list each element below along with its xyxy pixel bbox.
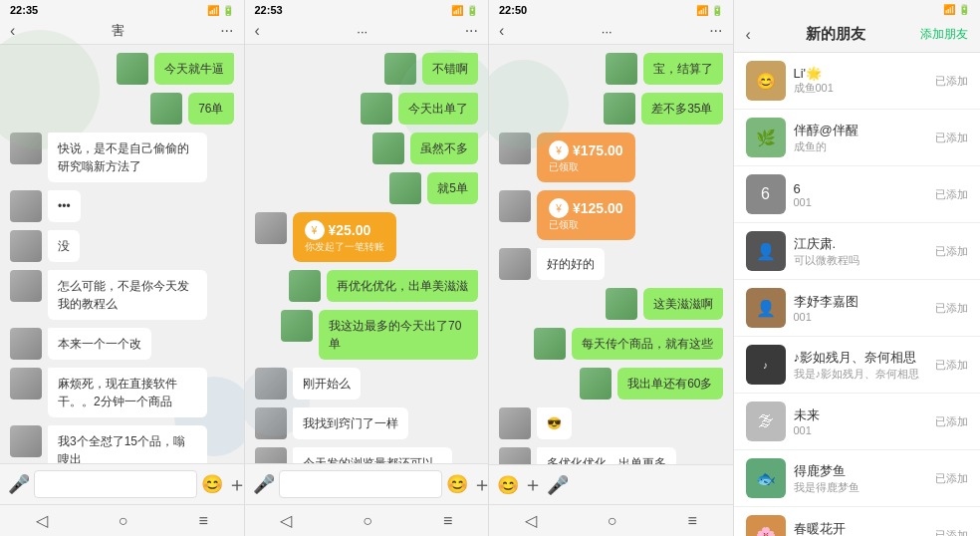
msg-row: ••• — [10, 190, 234, 222]
avatar — [10, 328, 42, 360]
avatar — [10, 190, 42, 222]
friend-item[interactable]: 😊 Li'🌟 成鱼001 已添加 — [734, 53, 981, 110]
chat-header-3: ‹ ··· ··· — [489, 18, 733, 45]
friend-item[interactable]: 🐟 得鹿梦鱼 我是得鹿梦鱼 已添加 — [734, 450, 981, 507]
emoji-icon[interactable]: 😊 — [201, 473, 223, 495]
msg-row: 没 — [10, 230, 234, 262]
chat-input[interactable] — [34, 470, 197, 498]
added-tag: 已添加 — [935, 131, 968, 145]
friend-avatar: 🌸 — [746, 515, 786, 536]
chat-header-2: ‹ ··· ··· — [245, 18, 489, 45]
avatar — [10, 368, 42, 400]
mic-icon-2[interactable]: 🎤 — [253, 473, 275, 495]
friend-name: 江庆肃. — [794, 235, 928, 253]
friend-sub: 我是得鹿梦鱼 — [794, 480, 928, 495]
transfer-label: 你发起了一笔转账 — [305, 240, 384, 254]
added-tag: 已添加 — [935, 358, 968, 373]
nav-bar-2: ◁ ○ ≡ — [245, 504, 489, 536]
friend-sub: 001 — [794, 311, 928, 323]
friend-item[interactable]: 🌿 伴醇@伴醒 成鱼的 已添加 — [734, 110, 981, 166]
bubble: 这美滋滋啊 — [643, 288, 723, 320]
more-icon-3[interactable]: ··· — [709, 22, 722, 40]
add-icon-3[interactable]: ＋ — [523, 471, 543, 498]
avatar — [580, 368, 612, 400]
msg-row: 今天就牛逼 — [10, 53, 234, 85]
emoji-icon-2[interactable]: 😊 — [446, 473, 468, 495]
chat-title-2: ··· — [357, 24, 368, 39]
chat-input-bar-2: 🎤 😊 ＋ — [245, 463, 489, 504]
friends-header: ‹ 新的朋友 添加朋友 — [734, 17, 981, 53]
nav-home-2[interactable]: ○ — [363, 512, 372, 530]
avatar — [499, 133, 531, 164]
nav-home-1[interactable]: ○ — [119, 512, 128, 530]
nav-back-3[interactable]: ◁ — [525, 511, 537, 530]
friend-name: 伴醇@伴醒 — [794, 122, 928, 139]
msg-row: 虽然不多 — [255, 133, 479, 164]
status-bar-3: 22:50 📶 🔋 — [489, 0, 733, 18]
bubble: 今天发的浏览量都还可以的 — [293, 447, 452, 463]
msg-row: 怎么可能，不是你今天发我的教程么 — [10, 270, 234, 320]
friend-item[interactable]: 🌫 未来 001 已添加 — [734, 394, 981, 450]
back-icon-2[interactable]: ‹ — [255, 22, 260, 40]
back-icon-3[interactable]: ‹ — [499, 22, 504, 40]
friend-item[interactable]: 🌸 春暖花开 002 已添加 — [734, 507, 981, 536]
msg-row: 我找到窍门了一样 — [255, 407, 479, 439]
friend-item[interactable]: ♪ ♪影如残月、奈何相思 我是♪影如残月、奈何相思 已添加 — [734, 337, 981, 394]
friend-name: 6 — [794, 181, 928, 196]
nav-home-3[interactable]: ○ — [608, 512, 617, 530]
more-icon-2[interactable]: ··· — [465, 22, 478, 40]
added-tag: 已添加 — [935, 187, 968, 202]
avatar — [372, 133, 404, 164]
chat-panel-3: 22:50 📶 🔋 ‹ ··· ··· 宝，结算了 差不多35单 ¥ ¥175.… — [489, 0, 734, 536]
friend-item[interactable]: 👤 江庆肃. 可以微教程吗 已添加 — [734, 223, 981, 280]
more-icon-1[interactable]: ··· — [220, 22, 233, 40]
bubble: 差不多35单 — [641, 93, 722, 125]
add-icon-2[interactable]: ＋ — [472, 471, 490, 498]
friend-avatar: 👤 — [746, 231, 786, 271]
added-tag: 已添加 — [935, 301, 968, 316]
bubble: 我出单还有60多 — [617, 368, 722, 400]
status-icons-3: 📶 🔋 — [696, 5, 723, 16]
avatar — [499, 407, 531, 439]
msg-row: 刚开始么 — [255, 368, 479, 400]
added-tag: 已添加 — [935, 414, 968, 429]
nav-back-2[interactable]: ◁ — [280, 511, 292, 530]
chat-messages-3: 宝，结算了 差不多35单 ¥ ¥175.00 已领取 — [489, 45, 733, 464]
bubble: 再优化优化，出单美滋滋 — [327, 270, 478, 302]
back-icon-1[interactable]: ‹ — [10, 22, 15, 40]
msg-row: 今天发的浏览量都还可以的 — [255, 447, 479, 463]
chat-panel-1: 22:35 📶 🔋 ‹ 害 ··· 今天就牛逼 76单 快说，是不是自己偷偷的研… — [0, 0, 245, 536]
status-icons-2: 📶 🔋 — [451, 5, 478, 16]
friend-name: 李妤李嘉图 — [794, 293, 928, 311]
friend-sub: 成鱼的 — [794, 139, 928, 154]
add-friend-button[interactable]: 添加朋友 — [920, 26, 968, 43]
msg-row: 就5单 — [255, 172, 479, 204]
emoji-icon-3[interactable]: 😊 — [497, 474, 519, 496]
add-icon[interactable]: ＋ — [227, 471, 245, 498]
avatar — [10, 270, 42, 302]
mic-icon-3[interactable]: 🎤 — [547, 474, 569, 496]
chat-input-bar-1: 🎤 😊 ＋ — [0, 463, 244, 504]
friend-name: 得鹿梦鱼 — [794, 462, 928, 480]
nav-menu-1[interactable]: ≡ — [199, 512, 208, 530]
friend-name: ♪影如残月、奈何相思 — [794, 349, 928, 367]
friend-info: 6 001 — [794, 181, 928, 208]
bubble: 我找到窍门了一样 — [293, 407, 408, 439]
friend-info: 江庆肃. 可以微教程吗 — [794, 235, 928, 268]
chat-input-2[interactable] — [279, 470, 442, 498]
transfer-amount: ¥175.00 — [573, 142, 623, 158]
avatar — [10, 230, 42, 262]
nav-menu-2[interactable]: ≡ — [443, 512, 452, 530]
nav-back-1[interactable]: ◁ — [36, 511, 48, 530]
msg-row: 再优化优化，出单美滋滋 — [255, 270, 479, 302]
friend-item[interactable]: 6 6 001 已添加 — [734, 166, 981, 223]
msg-row: 76单 — [10, 93, 234, 125]
friend-item[interactable]: 👤 李妤李嘉图 001 已添加 — [734, 280, 981, 337]
friend-sub: 001 — [794, 196, 928, 208]
friend-avatar: ♪ — [746, 345, 786, 385]
avatar — [389, 172, 421, 204]
friend-info: 得鹿梦鱼 我是得鹿梦鱼 — [794, 462, 928, 495]
mic-icon[interactable]: 🎤 — [8, 473, 30, 495]
avatar — [289, 270, 321, 302]
nav-menu-3[interactable]: ≡ — [688, 512, 697, 530]
